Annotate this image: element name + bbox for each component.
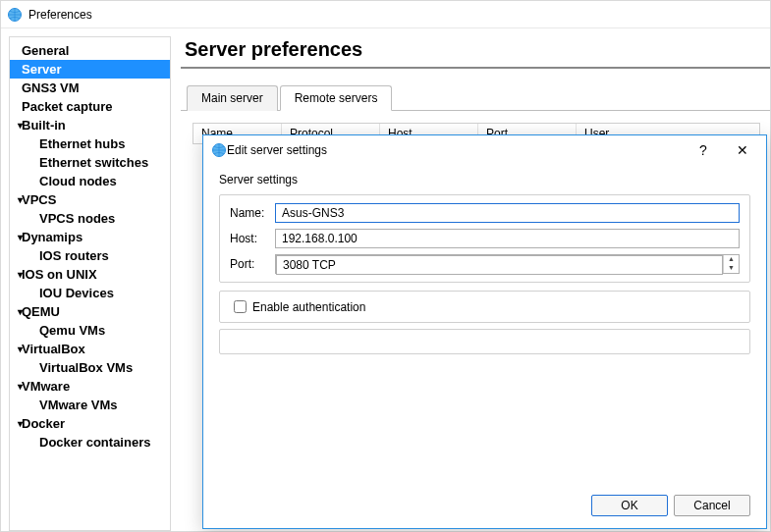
dialog-body: Server settings Name: Host: Port: ▲ <box>203 165 766 489</box>
close-button[interactable]: ✕ <box>723 136 762 164</box>
tree-item-ios-routers[interactable]: IOS routers <box>10 246 170 265</box>
tree-item-ethernet-switches[interactable]: Ethernet switches <box>10 153 170 172</box>
server-settings-label: Server settings <box>219 173 750 186</box>
tree-item-gns3-vm[interactable]: GNS3 VM <box>10 79 170 97</box>
tree-item-built-in[interactable]: Built-in <box>10 116 170 134</box>
auth-group: Enable authentication <box>219 291 750 323</box>
tabs: Main server Remote servers <box>181 84 770 111</box>
tree-item-ios-on-unix[interactable]: IOS on UNIX <box>10 265 170 284</box>
window-titlebar: Preferences <box>1 1 770 28</box>
host-label: Host: <box>230 232 275 245</box>
tree-item-iou-devices[interactable]: IOU Devices <box>10 284 170 302</box>
tree-item-vpcs-nodes[interactable]: VPCS nodes <box>10 209 170 228</box>
dialog-titlebar: Edit server settings ? ✕ <box>203 135 766 165</box>
tree-item-packet-capture[interactable]: Packet capture <box>10 97 170 116</box>
window-title: Preferences <box>28 8 92 22</box>
port-step-up-icon[interactable]: ▲ <box>724 255 739 264</box>
auth-details-group <box>219 329 750 354</box>
ok-button[interactable]: OK <box>591 495 668 516</box>
tree-item-dynamips[interactable]: Dynamips <box>10 228 170 246</box>
enable-auth-checkbox[interactable] <box>234 300 247 313</box>
edit-server-dialog: Edit server settings ? ✕ Server settings… <box>202 134 767 529</box>
name-label: Name: <box>230 206 275 220</box>
tree-item-docker-containers[interactable]: Docker containers <box>10 433 170 452</box>
preferences-window: Preferences GeneralServerGNS3 VMPacket c… <box>0 0 771 532</box>
port-spinner[interactable]: ▲ ▼ <box>275 254 740 274</box>
host-input[interactable] <box>275 229 740 248</box>
tab-remote-servers[interactable]: Remote servers <box>280 85 393 111</box>
dialog-icon <box>211 142 227 158</box>
tree-item-cloud-nodes[interactable]: Cloud nodes <box>10 172 170 190</box>
tree-item-vmware[interactable]: VMware <box>10 377 170 396</box>
app-icon <box>7 7 23 23</box>
port-step-down-icon[interactable]: ▼ <box>724 264 739 273</box>
preferences-tree[interactable]: GeneralServerGNS3 VMPacket captureBuilt-… <box>9 36 171 531</box>
page-title: Server preferences <box>181 36 770 69</box>
tree-item-virtualbox[interactable]: VirtualBox <box>10 340 170 358</box>
help-button[interactable]: ? <box>684 136 723 164</box>
dialog-button-bar: OK Cancel <box>203 489 766 528</box>
cancel-button[interactable]: Cancel <box>674 495 750 516</box>
name-input[interactable] <box>275 203 740 223</box>
tree-item-ethernet-hubs[interactable]: Ethernet hubs <box>10 134 170 153</box>
tree-item-qemu-vms[interactable]: Qemu VMs <box>10 321 170 340</box>
tab-main-server[interactable]: Main server <box>187 85 278 111</box>
tree-item-general[interactable]: General <box>10 41 170 60</box>
tree-item-vmware-vms[interactable]: VMware VMs <box>10 396 170 414</box>
tree-item-virtualbox-vms[interactable]: VirtualBox VMs <box>10 358 170 377</box>
port-input[interactable] <box>276 255 723 275</box>
enable-auth-label: Enable authentication <box>252 300 365 314</box>
dialog-title: Edit server settings <box>227 143 327 157</box>
server-settings-group: Name: Host: Port: ▲ ▼ <box>219 194 750 283</box>
tree-item-docker[interactable]: Docker <box>10 414 170 433</box>
port-label: Port: <box>230 257 275 271</box>
tree-item-qemu[interactable]: QEMU <box>10 302 170 321</box>
tree-item-server[interactable]: Server <box>10 60 170 79</box>
tree-item-vpcs[interactable]: VPCS <box>10 190 170 209</box>
